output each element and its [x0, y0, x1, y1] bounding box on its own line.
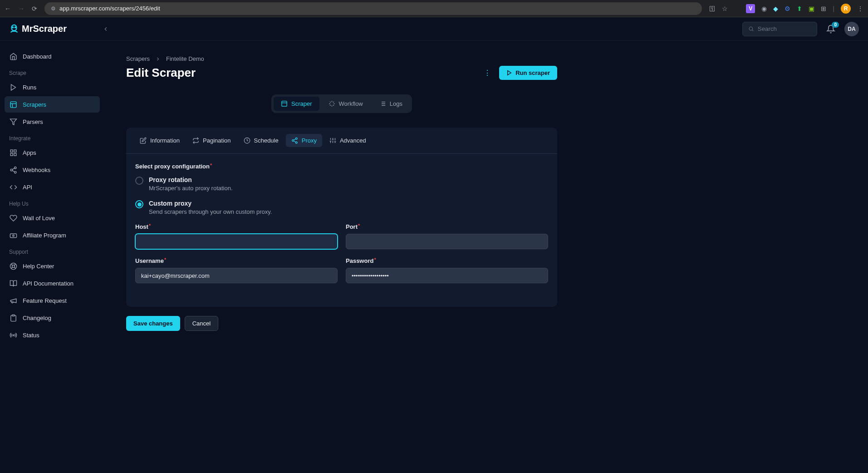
breadcrumb-current[interactable]: Fintelite Demo — [166, 55, 204, 62]
search-field[interactable] — [758, 25, 811, 32]
camera-icon[interactable]: ◉ — [761, 5, 767, 12]
tab-label: Pagination — [203, 137, 230, 144]
repeat-icon — [192, 137, 199, 144]
tab-information[interactable]: Information — [134, 134, 185, 147]
sidebar-item-label: API — [23, 184, 32, 191]
notifications-button[interactable]: 0 — [826, 25, 835, 34]
port-input[interactable] — [346, 234, 548, 249]
svg-point-18 — [12, 235, 14, 236]
site-settings-icon: ⚙ — [51, 5, 56, 12]
svg-line-24 — [11, 267, 12, 268]
svg-line-22 — [14, 267, 15, 268]
password-input[interactable] — [346, 268, 548, 283]
svg-line-21 — [11, 264, 12, 265]
user-avatar[interactable]: DA — [844, 22, 859, 36]
sidebar-item-apps[interactable]: Apps — [5, 144, 100, 161]
cancel-button[interactable]: Cancel — [185, 316, 218, 331]
robot-icon[interactable]: ▣ — [809, 5, 814, 12]
sidebar-item-label: Wall of Love — [23, 215, 55, 222]
sidebar-item-affiliate[interactable]: Affiliate Program — [5, 227, 100, 243]
activity-icon — [9, 331, 17, 339]
url-text: app.mrscraper.com/scrapers/2456/edit — [59, 5, 160, 12]
svg-point-12 — [14, 167, 16, 168]
nav-group-label: Integrate — [5, 131, 100, 144]
upload-icon[interactable]: ⬆ — [797, 5, 802, 12]
forward-icon[interactable]: → — [18, 5, 25, 12]
tab-scraper[interactable]: Scraper — [274, 97, 319, 111]
gear-ext-icon[interactable]: ⚙ — [785, 5, 790, 12]
bookmark-star-icon[interactable]: ☆ — [722, 5, 728, 12]
share-icon — [9, 166, 17, 174]
proxy-section-label: Select proxy configuration* — [135, 163, 548, 170]
sidebar-item-dashboard[interactable]: Dashboard — [5, 48, 100, 64]
address-bar[interactable]: ⚙ app.mrscraper.com/scrapers/2456/edit — [44, 2, 702, 15]
host-input[interactable] — [135, 234, 338, 249]
username-input[interactable] — [135, 268, 338, 283]
life-buoy-icon — [9, 262, 17, 270]
logo-text: MrScraper — [22, 24, 67, 34]
sidebar-item-label: Apps — [23, 149, 36, 156]
tab-label: Proxy — [302, 137, 317, 144]
sidebar-item-label: Runs — [23, 84, 36, 91]
svg-point-26 — [13, 335, 14, 336]
more-actions-button[interactable]: ⋮ — [482, 67, 493, 79]
sidebar-item-changelog[interactable]: Changelog — [5, 310, 100, 326]
tab-advanced[interactable]: Advanced — [324, 134, 372, 147]
assist-icon[interactable]: ◆ — [773, 5, 778, 12]
sidebar-item-feature-request[interactable]: Feature Request — [5, 292, 100, 309]
radio-desc: Send scrapers through your own custom pr… — [149, 208, 272, 215]
search-input[interactable] — [742, 22, 817, 36]
breadcrumb-parent[interactable]: Scrapers — [126, 55, 150, 62]
svg-rect-11 — [10, 153, 13, 155]
sidebar-item-api-docs[interactable]: API Documentation — [5, 275, 100, 291]
radio-title: Custom proxy — [149, 200, 272, 207]
collapse-sidebar-button[interactable] — [98, 23, 113, 35]
notification-badge: 0 — [832, 22, 839, 28]
code-icon — [9, 183, 17, 191]
play-icon — [9, 83, 17, 91]
radio-custom-proxy[interactable]: Custom proxy Send scrapers through your … — [135, 200, 548, 215]
port-label: Port* — [346, 223, 548, 230]
sidebar-item-runs[interactable]: Runs — [5, 79, 100, 95]
sidebar-item-label: Changelog — [23, 315, 51, 321]
heart-icon — [9, 214, 17, 222]
tab-logs[interactable]: Logs — [372, 97, 410, 111]
tab-proxy[interactable]: Proxy — [286, 134, 322, 147]
layout-icon — [281, 100, 288, 107]
grid-icon — [9, 148, 17, 157]
tab-workflow[interactable]: Workflow — [321, 97, 370, 111]
sidebar-item-api[interactable]: API — [5, 179, 100, 195]
layout-icon — [9, 100, 17, 108]
extension-v-icon[interactable]: V — [746, 4, 755, 13]
sidebar-item-status[interactable]: Status — [5, 327, 100, 343]
reload-icon[interactable]: ⟳ — [32, 5, 37, 12]
svg-rect-25 — [12, 315, 15, 316]
page-title: Edit Scraper — [126, 66, 196, 80]
host-label: Host* — [135, 223, 338, 230]
profile-avatar-icon[interactable]: R — [841, 4, 851, 14]
sidebar-item-parsers[interactable]: Parsers — [5, 113, 100, 130]
sidebar-item-help-center[interactable]: Help Center — [5, 258, 100, 274]
svg-rect-4 — [10, 102, 16, 108]
password-key-icon[interactable]: ⚿ — [709, 5, 716, 12]
tab-pagination[interactable]: Pagination — [187, 134, 236, 147]
svg-rect-28 — [282, 101, 287, 106]
radio-desc: MrScraper's auto proxy rotation. — [149, 185, 233, 192]
sidebar-item-scrapers[interactable]: Scrapers — [5, 96, 100, 113]
edit-card: Information Pagination Schedule — [126, 128, 557, 307]
sidebar-item-label: Parsers — [23, 118, 43, 125]
extensions-puzzle-icon[interactable]: ⊞ — [821, 5, 826, 12]
logo[interactable]: MrScraper — [9, 24, 98, 34]
run-scraper-button[interactable]: Run scraper — [499, 66, 557, 80]
radio-proxy-rotation[interactable]: Proxy rotation MrScraper's auto proxy ro… — [135, 176, 548, 192]
sidebar-item-label: Dashboard — [23, 53, 52, 60]
svg-point-38 — [292, 140, 294, 142]
kebab-menu-icon[interactable]: ⋮ — [857, 5, 863, 12]
tab-schedule[interactable]: Schedule — [238, 134, 284, 147]
card-tabs: Information Pagination Schedule — [126, 128, 557, 154]
back-icon[interactable]: ← — [5, 5, 11, 12]
nav-group-label: Help Us — [5, 196, 100, 210]
sidebar-item-webhooks[interactable]: Webhooks — [5, 162, 100, 178]
save-button[interactable]: Save changes — [126, 316, 180, 331]
sidebar-item-wall-of-love[interactable]: Wall of Love — [5, 210, 100, 226]
